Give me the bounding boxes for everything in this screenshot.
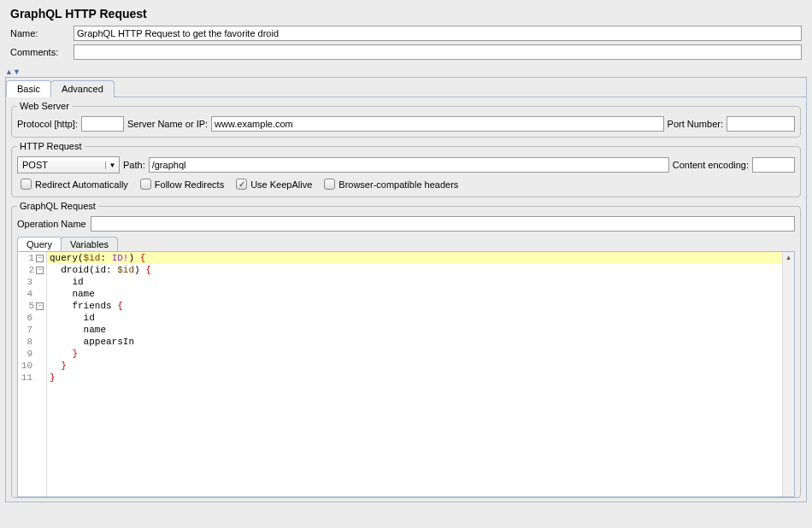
http-request-fieldset: HTTP Request POST ▼ Path: Content encodi… — [11, 141, 801, 197]
graphql-inner-tabs: Query Variables — [17, 235, 795, 251]
editor-code-area[interactable]: query($id: ID!) { droid(id: $id) { id na… — [47, 252, 782, 496]
scroll-up-icon[interactable]: ▲ — [783, 252, 794, 264]
method-value: POST — [18, 160, 105, 170]
follow-redirects-label: Follow Redirects — [155, 179, 224, 190]
http-request-legend: HTTP Request — [17, 141, 85, 151]
code-editor[interactable]: 1−2−345−67891011 query($id: ID!) { droid… — [17, 251, 795, 497]
redirect-auto-label: Redirect Automatically — [35, 179, 128, 190]
port-label: Port Number: — [668, 119, 723, 129]
splitter-handle[interactable]: ▲▼ — [0, 68, 812, 77]
name-label: Name: — [10, 28, 74, 38]
operation-name-input[interactable] — [91, 216, 795, 232]
checkbox-icon — [324, 179, 335, 190]
http-request-row: POST ▼ Path: Content encoding: — [17, 156, 795, 173]
protocol-input[interactable] — [81, 116, 124, 132]
follow-redirects-checkbox[interactable]: Follow Redirects — [140, 179, 224, 190]
editor-gutter: 1−2−345−67891011 — [18, 252, 47, 496]
encoding-input[interactable] — [752, 157, 795, 173]
keepalive-label: Use KeepAlive — [250, 179, 312, 190]
main-panel: Basic Advanced Web Server Protocol [http… — [5, 77, 807, 502]
graphql-request-legend: GraphQL Request — [17, 201, 98, 211]
header-section: GraphQL HTTP Request Name: Comments: — [0, 0, 812, 68]
main-tabs: Basic Advanced — [6, 78, 806, 97]
web-server-row: Protocol [http]: Server Name or IP: Port… — [17, 116, 795, 132]
operation-name-label: Operation Name — [17, 219, 86, 229]
redirect-auto-checkbox[interactable]: Redirect Automatically — [21, 179, 128, 190]
keepalive-checkbox[interactable]: ✓ Use KeepAlive — [236, 179, 312, 190]
server-name-label: Server Name or IP: — [127, 119, 208, 129]
comments-row: Comments: — [10, 44, 802, 60]
chevron-down-icon: ▼ — [105, 161, 119, 169]
fold-icon[interactable]: − — [36, 302, 44, 310]
web-server-legend: Web Server — [17, 101, 72, 111]
protocol-label: Protocol [http]: — [17, 119, 78, 129]
name-row: Name: — [10, 26, 802, 41]
http-options-row: Redirect Automatically Follow Redirects … — [17, 173, 795, 191]
path-input[interactable] — [149, 157, 669, 173]
operation-name-row: Operation Name — [17, 216, 795, 235]
editor-scrollbar[interactable]: ▲ — [782, 252, 794, 496]
checkbox-icon — [140, 179, 151, 190]
encoding-label: Content encoding: — [673, 160, 749, 170]
fold-icon[interactable]: − — [36, 255, 44, 262]
method-select[interactable]: POST ▼ — [17, 156, 120, 173]
browser-headers-label: Browser-compatible headers — [338, 179, 458, 190]
checkbox-checked-icon: ✓ — [236, 179, 247, 190]
server-name-input[interactable] — [211, 116, 664, 132]
web-server-fieldset: Web Server Protocol [http]: Server Name … — [11, 101, 801, 138]
tab-content-basic: Web Server Protocol [http]: Server Name … — [6, 97, 806, 502]
path-label: Path: — [123, 160, 145, 170]
tab-query[interactable]: Query — [17, 237, 62, 251]
graphql-request-fieldset: GraphQL Request Operation Name Query Var… — [11, 201, 801, 498]
comments-label: Comments: — [10, 47, 74, 57]
fold-icon[interactable]: − — [36, 267, 44, 274]
comments-input[interactable] — [74, 44, 802, 60]
page-title: GraphQL HTTP Request — [10, 7, 802, 21]
browser-headers-checkbox[interactable]: Browser-compatible headers — [324, 179, 458, 190]
tab-advanced[interactable]: Advanced — [50, 80, 115, 97]
port-input[interactable] — [727, 116, 795, 132]
checkbox-icon — [21, 179, 32, 190]
tab-basic[interactable]: Basic — [6, 80, 51, 97]
tab-variables[interactable]: Variables — [61, 237, 118, 251]
name-input[interactable] — [74, 26, 802, 41]
